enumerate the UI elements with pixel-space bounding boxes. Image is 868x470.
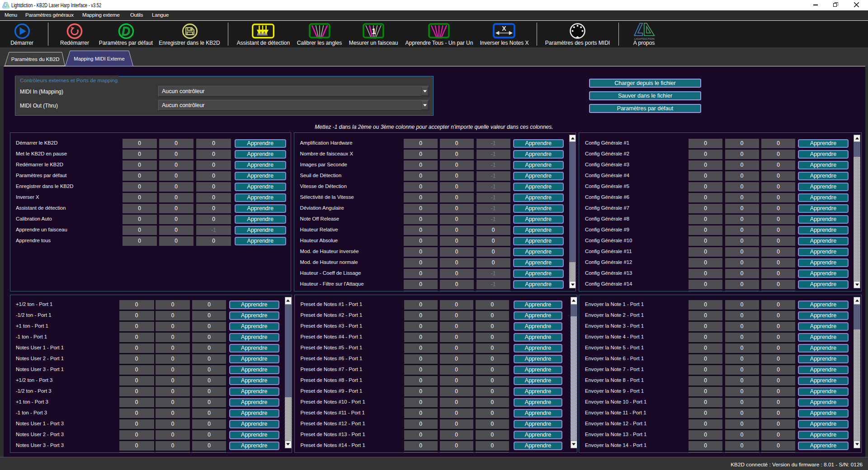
svg-text:1: 1 [372,27,376,36]
svg-text:LIGHTDICTION: LIGHTDICTION [634,38,655,40]
svg-text:X: X [502,25,506,32]
svg-text:D: D [122,25,130,38]
svg-text:Paramètres du KB2D: Paramètres du KB2D [11,56,60,62]
svg-text:Mapping MIDI Externe: Mapping MIDI Externe [74,56,124,61]
